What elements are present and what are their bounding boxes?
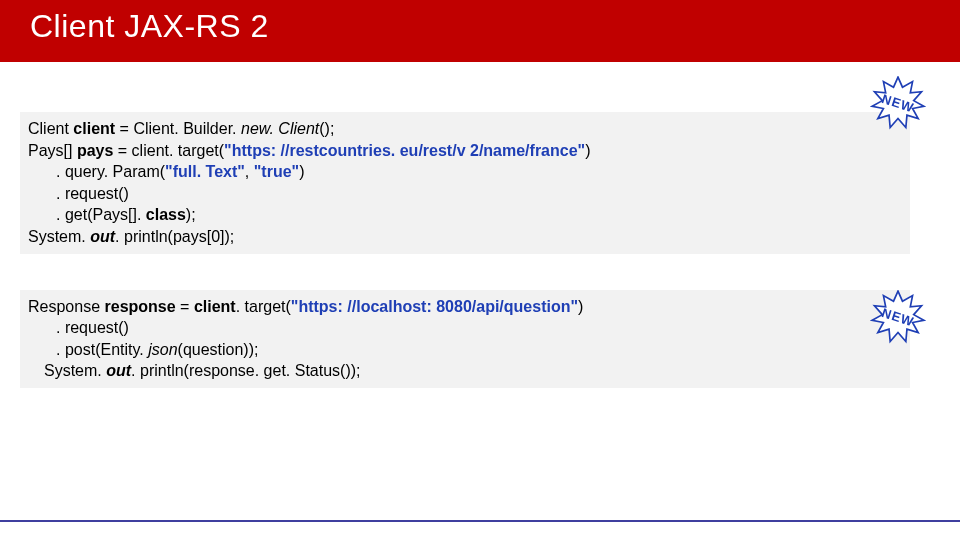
code-text: (question));: [178, 341, 259, 358]
code-italic: json: [148, 341, 177, 358]
code-keyword: class: [146, 206, 186, 223]
code-text: );: [186, 206, 196, 223]
code-block-2: Response response = client. target("http…: [20, 290, 910, 388]
code-text: . get(Pays[].: [56, 206, 146, 223]
code-text: ,: [245, 163, 254, 180]
code-text: . println(response. get. Status());: [131, 362, 360, 379]
code-italic: out: [106, 362, 131, 379]
code-text: ): [585, 142, 590, 159]
new-badge: NEW: [870, 290, 926, 346]
code-var: client: [73, 120, 119, 137]
code-italic: out: [90, 228, 115, 245]
code-text: System.: [28, 228, 90, 245]
code-block-1: Client client = Client. Builder. new. Cl…: [20, 112, 910, 254]
code-text: . target(: [236, 298, 291, 315]
code-text: . println(pays[0]);: [115, 228, 234, 245]
code-text: = client. target(: [118, 142, 224, 159]
code-string: "https: //restcountries. eu/rest/v 2/nam…: [224, 142, 585, 159]
code-text: . post(Entity.: [56, 341, 148, 358]
code-text: ): [299, 163, 304, 180]
code-text: Client: [28, 120, 73, 137]
new-badge: NEW: [870, 76, 926, 132]
footer-divider: [0, 520, 960, 522]
code-string: "https: //localhost: 8080/api/question": [291, 298, 578, 315]
code-text: ();: [319, 120, 334, 137]
code-text: = Client. Builder.: [120, 120, 241, 137]
code-var: client: [194, 298, 236, 315]
code-text: System.: [44, 362, 106, 379]
code-text: . request(): [28, 317, 902, 339]
code-var: pays: [77, 142, 118, 159]
code-string: "true": [254, 163, 299, 180]
code-text: . query. Param(: [56, 163, 165, 180]
code-text: Response: [28, 298, 105, 315]
page-title: Client JAX-RS 2: [30, 8, 930, 45]
code-string: "full. Text": [165, 163, 245, 180]
slide-content: Client client = Client. Builder. new. Cl…: [0, 62, 960, 388]
code-text: ): [578, 298, 583, 315]
code-var: response: [105, 298, 181, 315]
code-italic: new. Client: [241, 120, 319, 137]
code-text: =: [180, 298, 194, 315]
code-text: Pays[]: [28, 142, 77, 159]
code-text: . request(): [28, 183, 902, 205]
title-bar: Client JAX-RS 2: [0, 0, 960, 62]
